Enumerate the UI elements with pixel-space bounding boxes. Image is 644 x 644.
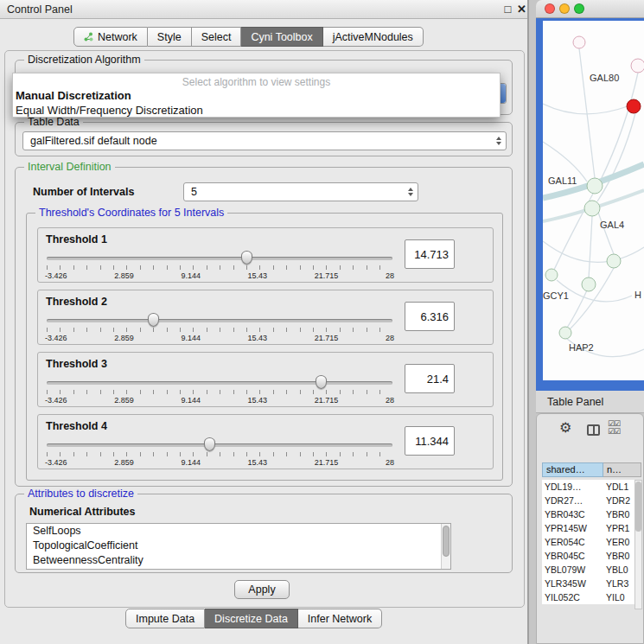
scale-tick-label: 28 [386, 271, 394, 280]
node[interactable] [607, 254, 621, 268]
list-item[interactable]: BetweennessCentrality [27, 553, 450, 568]
slider-track[interactable] [47, 443, 392, 447]
threshold-3-value-input[interactable] [405, 364, 455, 393]
column-header-name[interactable]: n… [603, 462, 641, 477]
cell-shared-name[interactable]: YBR045C [542, 549, 603, 563]
slider-track[interactable] [47, 319, 392, 322]
table-row[interactable]: YBR043CYBR0 [542, 507, 641, 521]
table-row[interactable]: YDL19…YDL1 [542, 480, 641, 494]
scale-tick-label: 28 [386, 334, 394, 342]
tab-cyni-toolbox[interactable]: Cyni Toolbox [241, 27, 322, 47]
network-canvas[interactable]: GAL80 GAL11 GAL4 GCY1 HAP2 H [543, 21, 644, 380]
tab-style[interactable]: Style [148, 27, 192, 47]
group-title: Discretization Algorithm [24, 54, 144, 66]
scrollbar-thumb[interactable] [635, 481, 641, 532]
mac-close-button[interactable] [545, 3, 555, 14]
scale-tick-label: -3.426 [45, 396, 67, 405]
cell-shared-name[interactable]: YIL052C [542, 590, 603, 604]
group-title: Threshold's Coordinates for 5 Intervals [35, 207, 227, 219]
threshold-4-slider[interactable]: -3.426 2.859 9.144 15.43 21.715 28 [45, 436, 394, 469]
network-view-window: GAL80 GAL11 GAL4 GCY1 HAP2 H [536, 0, 644, 391]
scale-tick-label: 15.43 [248, 334, 268, 342]
tab-label: Style [157, 31, 182, 43]
threshold-3-slider[interactable]: -3.426 2.859 9.144 15.43 21.715 28 [45, 373, 394, 406]
table-row[interactable]: YPR145WYPR1 [542, 521, 641, 535]
slider-track[interactable] [47, 257, 392, 260]
tab-network[interactable]: Network [73, 27, 148, 47]
list-scrollbar[interactable] [441, 524, 450, 569]
scale-tick-label: 15.43 [248, 396, 268, 405]
slider-thumb[interactable] [148, 313, 159, 327]
window-title: Control Panel [7, 3, 73, 16]
cell-shared-name[interactable]: YER054C [542, 535, 603, 549]
table-row[interactable]: YBR045CYBR0 [542, 549, 641, 563]
gear-icon[interactable]: ⚙ [559, 421, 571, 435]
mac-minimize-button[interactable] [559, 3, 570, 14]
select-columns-icon[interactable]: ☑☑ ☑☑ [608, 420, 620, 436]
table-scrollbar[interactable] [634, 480, 642, 609]
scale-tick-label: 21.715 [315, 458, 339, 467]
view-tabbar: Network Style Select Cyni Toolbox jActiv… [73, 27, 424, 47]
cell-shared-name[interactable]: YLR345W [542, 577, 603, 590]
slider-ticks [47, 265, 392, 270]
tab-discretize-data[interactable]: Discretize Data [205, 609, 298, 628]
node[interactable] [584, 201, 600, 216]
scale-tick-label: 21.715 [315, 271, 339, 280]
scale-tick-label: 9.144 [181, 396, 201, 405]
combobox-stepper-icon[interactable] [496, 132, 501, 150]
combobox-value: 5 [191, 186, 197, 198]
node[interactable] [582, 277, 596, 291]
dropdown-option-manual-discretization[interactable]: Manual Discretization [15, 88, 498, 103]
cell-shared-name[interactable]: YDL19… [542, 480, 603, 494]
slider-thumb[interactable] [316, 375, 327, 389]
number-of-intervals-combobox[interactable]: 5 [183, 182, 418, 201]
scale-tick-label: -3.426 [45, 334, 67, 342]
node[interactable] [587, 178, 603, 194]
scrollbar-thumb[interactable] [443, 526, 450, 557]
table-data-combobox[interactable]: galFiltered.sif default node [22, 131, 507, 150]
tab-select[interactable]: Select [192, 27, 242, 47]
table-row[interactable]: YER054CYER0 [542, 535, 641, 549]
close-window-button[interactable]: ✕ [515, 3, 528, 16]
table-row[interactable]: YBL079WYBL0 [542, 563, 641, 577]
column-header-shared-name[interactable]: shared… [542, 462, 603, 477]
node-red-selected[interactable] [627, 99, 641, 113]
slider-thumb[interactable] [204, 437, 215, 451]
combobox-value: galFiltered.sif default node [30, 135, 157, 147]
tab-jactivemnodules[interactable]: jActiveMNodules [323, 27, 424, 47]
tab-impute-data[interactable]: Impute Data [125, 609, 205, 628]
threshold-2-slider[interactable]: -3.426 2.859 9.144 15.43 21.715 28 [45, 311, 394, 344]
node[interactable] [631, 59, 644, 73]
list-item[interactable]: SelfLoops [27, 524, 450, 539]
threshold-2-value-input[interactable] [405, 302, 455, 331]
node[interactable] [573, 36, 585, 48]
float-window-button[interactable]: □ [501, 3, 514, 16]
apply-button[interactable]: Apply [234, 580, 290, 599]
dropdown-hint: Select algorithm to view settings [13, 76, 500, 88]
mac-zoom-button[interactable] [574, 3, 584, 14]
scale-tick-label: 2.859 [114, 271, 134, 280]
node[interactable] [545, 269, 558, 281]
group-title: Interval Definition [24, 161, 115, 173]
threshold-1-slider[interactable]: -3.426 2.859 9.144 15.43 21.715 28 [45, 249, 394, 282]
attributes-group: Attributes to discretize Numerical Attri… [15, 494, 513, 573]
cell-shared-name[interactable]: YBL079W [542, 563, 603, 577]
cyni-toolbox-panel: Discretization Algorithm Select algorith… [4, 50, 525, 608]
slider-thumb[interactable] [241, 251, 252, 265]
threshold-4-value-input[interactable] [405, 426, 455, 456]
list-item[interactable]: TopologicalCoefficient [27, 539, 450, 553]
threshold-1-value-input[interactable] [405, 239, 455, 269]
slider-track[interactable] [47, 381, 392, 385]
scale-tick-label: 9.144 [181, 334, 201, 342]
combobox-stepper-icon[interactable] [408, 183, 413, 201]
cell-shared-name[interactable]: YBR043C [542, 507, 603, 521]
tab-infer-network[interactable]: Infer Network [298, 609, 382, 628]
table-row[interactable]: YDR27…YDR2 [542, 494, 641, 507]
table-row[interactable]: YIL052CYIL0 [542, 590, 641, 604]
node[interactable] [559, 327, 571, 339]
cell-shared-name[interactable]: YPR145W [542, 521, 603, 535]
table-row[interactable]: YLR345WYLR3 [542, 577, 641, 590]
columns-icon[interactable] [587, 424, 600, 436]
cell-shared-name[interactable]: YDR27… [542, 494, 603, 507]
dropdown-option-equal-width-frequency[interactable]: Equal Width/Frequency Discretization [15, 103, 498, 118]
